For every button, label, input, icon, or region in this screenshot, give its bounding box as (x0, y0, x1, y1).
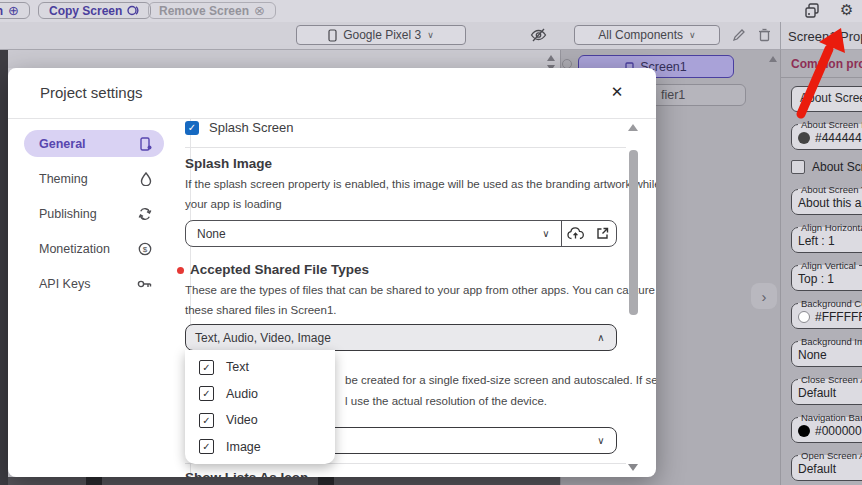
scroll-down-icon[interactable] (628, 464, 638, 471)
nav-label: Theming (39, 172, 88, 186)
property-value: None (798, 348, 827, 362)
property-field[interactable]: Background Col#FFFFFFFF (791, 298, 862, 329)
splash-image-select[interactable]: None ∨ (185, 220, 617, 247)
file-type-option-image[interactable]: ✓Image (185, 439, 335, 454)
property-field[interactable]: Navigation Bar C#000000FF (791, 412, 862, 443)
property-field[interactable]: About Screen TiAbout this appli (791, 184, 862, 215)
nav-label: API Keys (39, 277, 90, 291)
file-type-option-audio[interactable]: ✓Audio (185, 386, 335, 401)
color-swatch[interactable] (798, 311, 810, 323)
x-circle-icon: ⊗ (254, 4, 265, 17)
property-label: Align Vertical (798, 260, 859, 271)
shared-file-types-value: Text, Audio, Video, Image (186, 331, 586, 345)
color-swatch[interactable] (798, 425, 810, 437)
property-value: About this appli (798, 196, 862, 210)
common-properties-tab[interactable]: Common prope (791, 57, 862, 71)
splash-screen-checkbox-row[interactable]: ✓ Splash Screen (185, 120, 294, 135)
chevron-down-icon: ∨ (586, 435, 616, 446)
property-label: Open Screen An (798, 450, 862, 461)
property-label: Align Horizontal (798, 222, 862, 233)
device-selector[interactable]: Google Pixel 3 ∨ (296, 25, 466, 45)
checkbox-checked-icon[interactable]: ✓ (199, 413, 214, 428)
settings-gear-icon[interactable]: ⚙ (840, 1, 853, 19)
splash-image-description: If the splash screen property is enabled… (185, 174, 656, 214)
droplet-icon (140, 172, 152, 186)
property-label: About Scree (812, 160, 862, 174)
settings-nav-publishing[interactable]: Publishing (24, 200, 164, 227)
dollar-circle-icon: $ (138, 242, 152, 256)
option-label: Video (226, 413, 258, 427)
checkbox-checked-icon[interactable]: ✓ (199, 386, 214, 401)
settings-nav-api-keys[interactable]: API Keys (24, 270, 164, 297)
close-icon[interactable]: ✕ (608, 83, 626, 101)
property-value: Default (798, 462, 836, 476)
color-swatch[interactable] (798, 132, 810, 144)
option-label: Text (226, 360, 249, 374)
about-screen-section-box[interactable]: About Screen (791, 86, 862, 112)
shared-file-types-select[interactable]: Text, Audio, Video, Image ∧ (185, 324, 617, 351)
open-external-icon[interactable] (589, 227, 616, 240)
property-field[interactable]: About Screen Ba#444444FF (791, 119, 862, 150)
divider (8, 118, 656, 119)
scrollbar-thumb[interactable] (629, 150, 638, 315)
scroll-up-icon[interactable] (547, 55, 555, 61)
modified-dot-indicator (177, 267, 184, 274)
upload-cloud-icon[interactable] (562, 227, 589, 240)
option-label: Audio (226, 387, 258, 401)
shared-file-types-description: These are the types of files that can be… (185, 280, 655, 320)
edit-pencil-icon[interactable] (732, 28, 746, 46)
file-type-option-video[interactable]: ✓Video (185, 413, 335, 428)
shared-file-types-heading: Accepted Shared File Types (190, 262, 369, 277)
right-panel-title: Screen1 Prope (788, 29, 862, 44)
copy-screen-label: Copy Screen (49, 4, 122, 18)
property-label: Navigation Bar C (798, 412, 862, 423)
property-checkbox[interactable]: About Scree (791, 160, 862, 174)
project-settings-modal: Project settings ✕ GeneralThemingPublish… (8, 68, 656, 477)
property-label: Close Screen An (798, 374, 862, 385)
chevron-up-icon: ∧ (586, 332, 616, 343)
chevron-down-icon: ∨ (689, 30, 696, 40)
property-value: #444444FF (815, 131, 862, 145)
properties-list: About Screen About Screen Ba#444444FFAbo… (781, 78, 862, 485)
property-field[interactable]: Align HorizontalLeft : 1 (791, 222, 862, 253)
nav-label: Monetization (39, 242, 110, 256)
components-selector[interactable]: All Components ∨ (574, 25, 720, 45)
nav-label: General (39, 137, 86, 151)
copy-screen-button[interactable]: Copy Screen (38, 2, 151, 19)
screens-rail (0, 50, 8, 485)
property-field[interactable]: Open Screen AnDefault (791, 450, 862, 481)
scroll-up-icon[interactable] (769, 56, 777, 62)
property-value: Default (798, 386, 836, 400)
properties-panel: Common prope About Screen About Screen B… (780, 50, 862, 485)
device-settings-icon (139, 137, 152, 151)
nav-label: Publishing (39, 207, 97, 221)
checkbox-checked-icon[interactable]: ✓ (185, 121, 199, 135)
panel-collapse-button[interactable]: › (751, 283, 777, 309)
screens-overview-icon[interactable] (805, 3, 820, 22)
trash-icon[interactable] (758, 28, 771, 46)
option-label: Image (226, 440, 261, 454)
settings-nav-theming[interactable]: Theming (24, 165, 164, 192)
shared-file-types-menu: ✓Text✓Audio✓Video✓Image (185, 350, 335, 464)
remove-screen-button[interactable]: Remove Screen ⊗ (148, 2, 276, 19)
add-screen-button-partial[interactable]: n ⊕ (0, 2, 30, 19)
file-type-option-text[interactable]: ✓Text (185, 360, 335, 375)
scroll-up-icon[interactable] (628, 124, 638, 131)
property-field[interactable]: Align VerticalTop : 1 (791, 260, 862, 291)
canvas-toolbar: Google Pixel 3 ∨ All Components ∨ (0, 22, 862, 50)
checkbox-checked-icon[interactable]: ✓ (199, 360, 214, 375)
modal-title: Project settings (40, 84, 143, 101)
property-field[interactable]: Close Screen AnDefault (791, 374, 862, 405)
property-field[interactable]: Background ImaNone (791, 336, 862, 367)
eye-off-icon[interactable] (530, 28, 547, 46)
settings-nav-monetization[interactable]: Monetization$ (24, 235, 164, 262)
occluded-text-line: be created for a single fixed-size scree… (345, 370, 656, 390)
top-toolbar: n ⊕ Copy Screen Remove Screen ⊗ ⚙ (0, 0, 862, 23)
sync-icon (138, 207, 152, 221)
checkbox-unchecked-icon[interactable] (791, 160, 805, 174)
key-icon (137, 279, 152, 289)
checkbox-checked-icon[interactable]: ✓ (199, 439, 214, 454)
property-value: #FFFFFFFF (815, 310, 862, 324)
phone-frame-edge (318, 477, 334, 485)
settings-nav-general[interactable]: General (24, 130, 164, 157)
